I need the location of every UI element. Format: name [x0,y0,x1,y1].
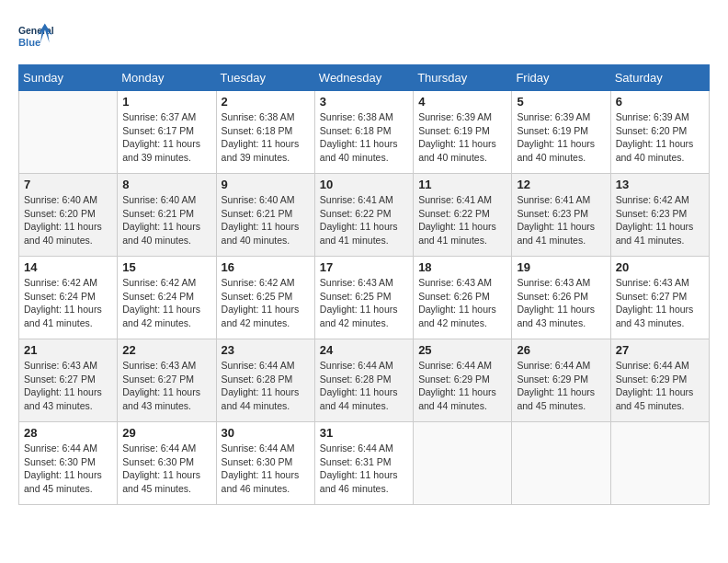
calendar-cell: 9Sunrise: 6:40 AMSunset: 6:21 PMDaylight… [216,174,314,257]
day-number: 21 [24,343,112,357]
header-saturday: Saturday [610,65,709,91]
day-info: Sunrise: 6:40 AMSunset: 6:20 PMDaylight:… [24,193,112,247]
calendar-cell: 23Sunrise: 6:44 AMSunset: 6:28 PMDayligh… [216,339,314,422]
day-info: Sunrise: 6:44 AMSunset: 6:28 PMDaylight:… [222,359,310,413]
calendar-cell: 10Sunrise: 6:41 AMSunset: 6:22 PMDayligh… [314,174,413,257]
day-info: Sunrise: 6:39 AMSunset: 6:19 PMDaylight:… [517,110,605,165]
header-thursday: Thursday [414,65,512,91]
day-info: Sunrise: 6:41 AMSunset: 6:23 PMDaylight:… [517,193,605,247]
day-number: 11 [418,178,506,191]
day-info: Sunrise: 6:43 AMSunset: 6:27 PMDaylight:… [24,359,112,413]
calendar-cell: 28Sunrise: 6:44 AMSunset: 6:30 PMDayligh… [19,422,118,505]
day-number: 30 [222,426,310,440]
header-monday: Monday [118,65,216,91]
logo: General Blue [18,18,60,55]
day-info: Sunrise: 6:41 AMSunset: 6:22 PMDaylight:… [418,193,506,247]
page-header: General Blue [18,18,710,55]
day-info: Sunrise: 6:42 AMSunset: 6:24 PMDaylight:… [122,276,210,330]
header-tuesday: Tuesday [216,65,314,91]
calendar-cell: 1Sunrise: 6:37 AMSunset: 6:17 PMDaylight… [118,91,216,174]
day-info: Sunrise: 6:44 AMSunset: 6:29 PMDaylight:… [418,359,506,413]
header-wednesday: Wednesday [314,65,413,91]
day-number: 20 [616,260,704,274]
calendar-cell: 21Sunrise: 6:43 AMSunset: 6:27 PMDayligh… [19,339,118,422]
day-info: Sunrise: 6:44 AMSunset: 6:30 PMDaylight:… [222,442,310,496]
day-info: Sunrise: 6:41 AMSunset: 6:22 PMDaylight:… [320,193,408,247]
calendar-table: SundayMondayTuesdayWednesdayThursdayFrid… [18,64,710,505]
calendar-week-row: 21Sunrise: 6:43 AMSunset: 6:27 PMDayligh… [19,339,710,422]
day-info: Sunrise: 6:38 AMSunset: 6:18 PMDaylight:… [222,110,310,165]
day-number: 25 [418,343,506,357]
day-info: Sunrise: 6:43 AMSunset: 6:26 PMDaylight:… [517,276,605,330]
day-info: Sunrise: 6:44 AMSunset: 6:29 PMDaylight:… [616,359,704,413]
calendar-cell [512,422,610,505]
calendar-cell: 26Sunrise: 6:44 AMSunset: 6:29 PMDayligh… [512,339,610,422]
day-info: Sunrise: 6:44 AMSunset: 6:31 PMDaylight:… [320,442,408,496]
day-info: Sunrise: 6:43 AMSunset: 6:27 PMDaylight:… [122,359,210,413]
day-info: Sunrise: 6:40 AMSunset: 6:21 PMDaylight:… [222,193,310,247]
day-info: Sunrise: 6:39 AMSunset: 6:20 PMDaylight:… [616,110,704,165]
day-info: Sunrise: 6:42 AMSunset: 6:24 PMDaylight:… [24,276,112,330]
day-info: Sunrise: 6:44 AMSunset: 6:29 PMDaylight:… [517,359,605,413]
calendar-cell [610,422,709,505]
svg-text:Blue: Blue [18,37,40,48]
day-number: 22 [122,343,210,357]
day-number: 3 [320,95,408,109]
day-number: 2 [222,95,310,109]
calendar-week-row: 14Sunrise: 6:42 AMSunset: 6:24 PMDayligh… [19,257,710,339]
day-number: 9 [222,178,310,191]
header-friday: Friday [512,65,610,91]
calendar-cell: 3Sunrise: 6:38 AMSunset: 6:18 PMDaylight… [314,91,413,174]
calendar-cell: 19Sunrise: 6:43 AMSunset: 6:26 PMDayligh… [512,257,610,339]
day-number: 19 [517,260,605,274]
day-info: Sunrise: 6:37 AMSunset: 6:17 PMDaylight:… [122,110,210,165]
day-number: 14 [24,260,112,274]
day-number: 23 [222,343,310,357]
header-sunday: Sunday [19,65,118,91]
day-number: 27 [616,343,704,357]
calendar-cell: 17Sunrise: 6:43 AMSunset: 6:25 PMDayligh… [314,257,413,339]
calendar-week-row: 28Sunrise: 6:44 AMSunset: 6:30 PMDayligh… [19,422,710,505]
calendar-cell: 29Sunrise: 6:44 AMSunset: 6:30 PMDayligh… [118,422,216,505]
day-info: Sunrise: 6:42 AMSunset: 6:23 PMDaylight:… [616,193,704,247]
day-number: 8 [122,178,210,191]
calendar-cell: 24Sunrise: 6:44 AMSunset: 6:28 PMDayligh… [314,339,413,422]
calendar-cell: 20Sunrise: 6:43 AMSunset: 6:27 PMDayligh… [610,257,709,339]
day-number: 12 [517,178,605,191]
day-info: Sunrise: 6:39 AMSunset: 6:19 PMDaylight:… [418,110,506,165]
calendar-cell: 14Sunrise: 6:42 AMSunset: 6:24 PMDayligh… [19,257,118,339]
day-number: 4 [418,95,506,109]
day-number: 16 [222,260,310,274]
calendar-cell: 31Sunrise: 6:44 AMSunset: 6:31 PMDayligh… [314,422,413,505]
calendar-cell: 6Sunrise: 6:39 AMSunset: 6:20 PMDaylight… [610,91,709,174]
day-number: 15 [122,260,210,274]
calendar-week-row: 7Sunrise: 6:40 AMSunset: 6:20 PMDaylight… [19,174,710,257]
calendar-cell: 11Sunrise: 6:41 AMSunset: 6:22 PMDayligh… [414,174,512,257]
day-number: 1 [122,95,210,109]
day-info: Sunrise: 6:42 AMSunset: 6:25 PMDaylight:… [222,276,310,330]
calendar-cell: 18Sunrise: 6:43 AMSunset: 6:26 PMDayligh… [414,257,512,339]
day-info: Sunrise: 6:44 AMSunset: 6:30 PMDaylight:… [122,442,210,496]
calendar-cell: 5Sunrise: 6:39 AMSunset: 6:19 PMDaylight… [512,91,610,174]
calendar-cell: 7Sunrise: 6:40 AMSunset: 6:20 PMDaylight… [19,174,118,257]
day-number: 5 [517,95,605,109]
logo-icon: General Blue [18,18,55,55]
calendar-cell: 12Sunrise: 6:41 AMSunset: 6:23 PMDayligh… [512,174,610,257]
calendar-cell: 30Sunrise: 6:44 AMSunset: 6:30 PMDayligh… [216,422,314,505]
day-info: Sunrise: 6:40 AMSunset: 6:21 PMDaylight:… [122,193,210,247]
calendar-cell: 22Sunrise: 6:43 AMSunset: 6:27 PMDayligh… [118,339,216,422]
day-number: 24 [320,343,408,357]
day-info: Sunrise: 6:44 AMSunset: 6:28 PMDaylight:… [320,359,408,413]
day-info: Sunrise: 6:43 AMSunset: 6:26 PMDaylight:… [418,276,506,330]
day-number: 29 [122,426,210,440]
calendar-cell: 25Sunrise: 6:44 AMSunset: 6:29 PMDayligh… [414,339,512,422]
day-number: 10 [320,178,408,191]
calendar-cell: 2Sunrise: 6:38 AMSunset: 6:18 PMDaylight… [216,91,314,174]
calendar-cell [414,422,512,505]
day-info: Sunrise: 6:43 AMSunset: 6:25 PMDaylight:… [320,276,408,330]
calendar-cell: 27Sunrise: 6:44 AMSunset: 6:29 PMDayligh… [610,339,709,422]
calendar-cell: 16Sunrise: 6:42 AMSunset: 6:25 PMDayligh… [216,257,314,339]
day-info: Sunrise: 6:44 AMSunset: 6:30 PMDaylight:… [24,442,112,496]
calendar-header-row: SundayMondayTuesdayWednesdayThursdayFrid… [19,65,710,91]
day-info: Sunrise: 6:38 AMSunset: 6:18 PMDaylight:… [320,110,408,165]
